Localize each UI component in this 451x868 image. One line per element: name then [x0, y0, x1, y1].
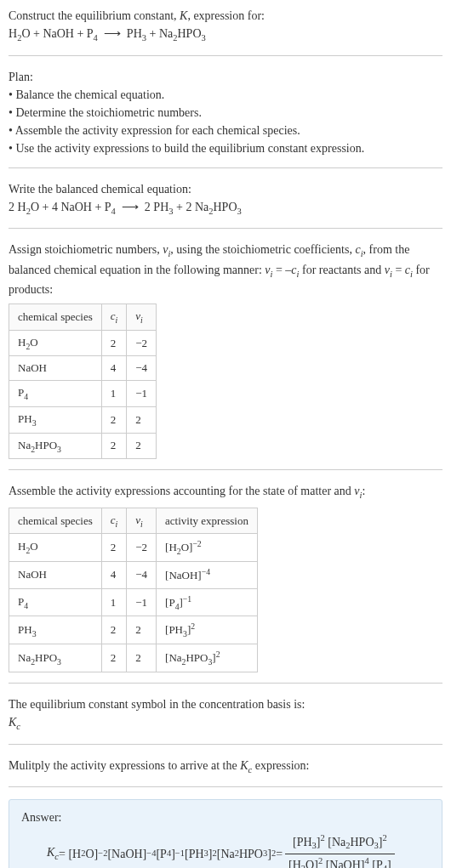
cell-ci: 1 — [101, 381, 127, 407]
cell-species: Na2HPO3 — [9, 433, 102, 459]
plan-heading: Plan: — [9, 68, 442, 86]
intro-section: Construct the equilibrium constant, K, e… — [9, 7, 442, 56]
col-ci: ci — [101, 304, 127, 331]
cell-ci: 2 — [101, 534, 127, 562]
stoich-text-d: for reactants and — [299, 264, 384, 276]
intro-k-symbol: K — [180, 9, 187, 22]
final-section: Mulitply the activity expressions to arr… — [9, 757, 442, 868]
ksymbol-line: The equilibrium constant symbol in the c… — [9, 695, 442, 713]
final-heading-row: Mulitply the activity expressions to arr… — [9, 757, 442, 788]
cell-activity: [Na2HPO3]2 — [157, 644, 258, 672]
table-row: H2O2−2[H2O]−2 — [9, 534, 258, 562]
cell-ci: 2 — [101, 433, 127, 459]
cell-nui: 2 — [127, 433, 157, 459]
intro-text-post: , expression for: — [187, 9, 265, 22]
cell-species: NaOH — [9, 356, 102, 381]
table-row: Na2HPO322 — [9, 433, 157, 459]
stoich-section: Assign stoichiometric numbers, νi, using… — [9, 241, 442, 470]
cell-nui: −2 — [127, 534, 157, 562]
table-row: P41−1 — [9, 381, 157, 407]
plan-item-text: Determine the stoichiometric numbers. — [15, 106, 202, 119]
table-row: NaOH4−4 — [9, 356, 157, 381]
cell-species: P4 — [9, 381, 102, 407]
cell-nui: 2 — [127, 406, 157, 433]
plan-item: • Use the activity expressions to build … — [9, 139, 442, 157]
cell-ci: 4 — [101, 356, 127, 381]
activity-section: Assemble the activity expressions accoun… — [9, 482, 442, 684]
cell-species: H2O — [9, 330, 102, 356]
table-row: P41−1[P4]−1 — [9, 588, 258, 616]
unbalanced-equation: H2O + NaOH + P4 ⟶ PH3 + Na2HPO3 — [9, 25, 442, 45]
col-nui: νi — [127, 304, 157, 331]
cell-ci: 2 — [101, 406, 127, 433]
cell-ci: 2 — [101, 644, 127, 672]
col-nui: νi — [127, 508, 157, 534]
final-heading-post: expression: — [252, 759, 309, 772]
answer-box: Answer: Kc = [H2O]−2 [NaOH]−4 [P4]−1 [PH… — [9, 799, 442, 868]
col-species: chemical species — [9, 508, 102, 534]
cell-species: PH3 — [9, 616, 102, 644]
answer-equation: Kc = [H2O]−2 [NaOH]−4 [P4]−1 [PH3]2 [Na2… — [21, 826, 430, 868]
cell-nui: 2 — [127, 644, 157, 672]
activity-text: Assemble the activity expressions accoun… — [9, 482, 442, 502]
cell-ci: 2 — [101, 330, 127, 356]
activity-text-a: Assemble the activity expressions accoun… — [9, 485, 354, 497]
final-heading: Mulitply the activity expressions to arr… — [9, 759, 240, 772]
col-ci: ci — [101, 508, 127, 534]
plan-item-text: Balance the chemical equation. — [15, 88, 164, 101]
cell-nui: −2 — [127, 330, 157, 356]
balanced-section: Write the balanced chemical equation: 2 … — [9, 180, 442, 230]
cell-ci: 1 — [101, 588, 127, 616]
plan-item-text: Use the activity expressions to build th… — [15, 142, 364, 155]
table-row: Na2HPO322[Na2HPO3]2 — [9, 644, 258, 672]
table-header-row: chemical species ci νi activity expressi… — [9, 508, 258, 534]
cell-species: PH3 — [9, 406, 102, 433]
cell-activity: [P4]−1 — [157, 588, 258, 616]
plan-section: Plan: • Balance the chemical equation. •… — [9, 68, 442, 168]
plan-item-text: Assemble the activity expression for eac… — [15, 124, 300, 137]
cell-activity: [PH3]2 — [157, 616, 258, 644]
cell-activity: [NaOH]−4 — [157, 562, 258, 588]
stoich-text-b: , using the stoichiometric coefficients, — [170, 243, 355, 256]
table-row: PH322 — [9, 406, 157, 433]
ksymbol-section: The equilibrium constant symbol in the c… — [9, 695, 442, 745]
cell-nui: −4 — [127, 562, 157, 588]
ksymbol-value: Kc — [9, 713, 442, 734]
balanced-equation: 2 H2O + 4 NaOH + P4 ⟶ 2 PH3 + 2 Na2HPO3 — [9, 198, 442, 218]
activity-text-b: : — [362, 485, 365, 497]
cell-nui: 2 — [127, 616, 157, 644]
cell-ci: 2 — [101, 616, 127, 644]
col-activity: activity expression — [157, 508, 258, 534]
cell-nui: −1 — [127, 588, 157, 616]
cell-ci: 4 — [101, 562, 127, 588]
balanced-heading: Write the balanced chemical equation: — [9, 180, 442, 198]
table-row: NaOH4−4[NaOH]−4 — [9, 562, 258, 588]
plan-item: • Assemble the activity expression for e… — [9, 122, 442, 139]
cell-species: P4 — [9, 588, 102, 616]
plan-item: • Determine the stoichiometric numbers. — [9, 104, 442, 122]
cell-activity: [H2O]−2 — [157, 534, 258, 562]
col-species: chemical species — [9, 304, 102, 331]
cell-nui: −4 — [127, 356, 157, 381]
cell-species: Na2HPO3 — [9, 644, 102, 672]
stoich-table: chemical species ci νi H2O2−2NaOH4−4P41−… — [9, 304, 157, 459]
table-row: H2O2−2 — [9, 330, 157, 356]
intro-line: Construct the equilibrium constant, K, e… — [9, 7, 442, 25]
activity-table: chemical species ci νi activity expressi… — [9, 508, 258, 673]
intro-text-pre: Construct the equilibrium constant, — [9, 9, 180, 22]
table-header-row: chemical species ci νi — [9, 304, 157, 331]
plan-item: • Balance the chemical equation. — [9, 86, 442, 104]
cell-nui: −1 — [127, 381, 157, 407]
stoich-text-a: Assign stoichiometric numbers, — [9, 243, 163, 256]
stoich-text: Assign stoichiometric numbers, νi, using… — [9, 241, 442, 298]
cell-species: NaOH — [9, 562, 102, 588]
answer-label: Answer: — [21, 808, 430, 826]
table-row: PH322[PH3]2 — [9, 616, 258, 644]
cell-species: H2O — [9, 534, 102, 562]
